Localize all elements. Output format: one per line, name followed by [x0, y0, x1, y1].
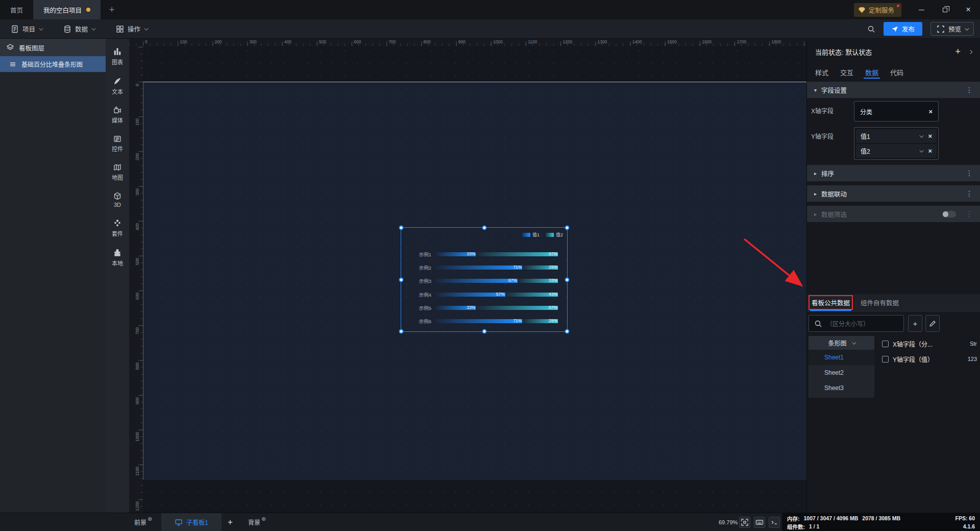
h-ruler-label: 1200 — [562, 39, 572, 44]
tab-project[interactable]: 我的空白项目 — [33, 0, 101, 19]
menu-data[interactable]: 数据 — [53, 19, 105, 38]
toolbar-item-label: 3D — [114, 202, 121, 208]
v-ruler-label: 100 — [135, 118, 140, 126]
data-search-input[interactable]: （区分大小写） — [808, 315, 904, 332]
fit-screen-button[interactable] — [739, 517, 750, 528]
stacked-bar[interactable]: 33%67% — [435, 252, 558, 256]
canvas[interactable]: 0100200300400500600700800900100011001200… — [129, 39, 806, 513]
chart-widget-selected[interactable]: 值1值2 示例133%67%示例271%29%示例367%33%示例457%43… — [401, 227, 568, 332]
resize-handle-ne[interactable] — [565, 226, 570, 230]
menu-actions[interactable]: 操作 — [105, 19, 158, 38]
resize-handle-nw[interactable] — [399, 226, 404, 230]
foreground-label[interactable]: 前景 ⊕ — [129, 513, 154, 531]
section-sort[interactable]: ▸ 排序 ⋮ — [807, 165, 980, 181]
sheet-item-Sheet1[interactable]: Sheet1 — [808, 350, 874, 365]
y-field-item-1[interactable]: 值1 × — [856, 129, 937, 143]
toolbar-item-widgets[interactable]: 控件 — [106, 130, 129, 158]
resize-handle-s[interactable] — [482, 329, 486, 334]
value-label: 29% — [549, 264, 557, 270]
new-tab-button[interactable]: + — [101, 0, 123, 19]
add-state-button[interactable]: + — [955, 46, 961, 57]
y-field-item-2[interactable]: 值2 × — [856, 144, 937, 158]
shortcut-keys-button[interactable] — [754, 517, 765, 528]
legend-item[interactable]: 值1 — [522, 231, 540, 238]
more-menu-icon[interactable]: ⋮ — [966, 210, 973, 218]
add-foreground-icon[interactable]: ⊕ — [148, 516, 152, 522]
field-checkbox[interactable] — [882, 356, 889, 363]
resize-handle-n[interactable] — [482, 226, 486, 230]
console-button[interactable] — [769, 517, 780, 528]
drag-handle-icon[interactable] — [9, 60, 17, 68]
toolbar-item-charts[interactable]: 图表 — [106, 42, 129, 71]
property-tab-样式[interactable]: 样式 — [815, 65, 828, 79]
legend-item[interactable]: 值2 — [546, 231, 563, 238]
current-state-label: 当前状态: 默认状态 — [815, 47, 872, 57]
section-field-settings[interactable]: ▾ 字段设置 ⋮ — [807, 82, 980, 98]
data-filter-toggle-off[interactable] — [942, 211, 956, 218]
property-tab-数据[interactable]: 数据 — [865, 65, 878, 79]
field-checkbox[interactable] — [882, 341, 889, 347]
edit-dataset-button[interactable] — [925, 315, 940, 332]
layer-item-selected[interactable]: 基础百分比堆叠条形图 — [0, 56, 106, 72]
resize-handle-e[interactable] — [565, 277, 570, 282]
sheet-item-Sheet2[interactable]: Sheet2 — [808, 365, 874, 380]
bar-segment-值2: 67% — [476, 252, 558, 256]
resize-handle-sw[interactable] — [399, 329, 404, 334]
add-dataset-button[interactable]: + — [908, 315, 922, 332]
property-tab-交互[interactable]: 交互 — [840, 65, 853, 79]
preview-button[interactable]: 预览 — [930, 22, 974, 36]
tab-component-own-data[interactable]: 组件自有数据 — [861, 294, 899, 311]
stacked-bar[interactable]: 71%29% — [435, 266, 558, 270]
x-field-input[interactable]: 分类 × — [854, 101, 939, 122]
menu-project[interactable]: 项目 — [0, 19, 53, 38]
component-own-data-label: 组件自有数据 — [861, 298, 899, 307]
custom-service-badge[interactable]: 定制服务 — [854, 3, 901, 17]
toolbar-item-local[interactable]: 本地 — [106, 243, 129, 273]
toolbar-item-map[interactable]: 地图 — [106, 158, 129, 187]
tab-home[interactable]: 首页 — [0, 0, 33, 19]
foreground-text: 前景 — [134, 518, 146, 526]
add-background-icon[interactable]: ⊕ — [261, 516, 266, 522]
property-tab-代码[interactable]: 代码 — [890, 65, 903, 79]
chevron-right-icon[interactable] — [968, 50, 972, 54]
zoom-level[interactable]: 69.79% — [719, 513, 738, 531]
stacked-bar[interactable]: 57%43% — [435, 293, 558, 297]
stacked-bar[interactable]: 71%29% — [435, 319, 558, 323]
h-ruler-label: 1000 — [493, 39, 503, 44]
background-text: 背景 — [248, 518, 260, 526]
search-icon[interactable] — [867, 25, 875, 33]
bottombar: 前景 ⊕ 子看板1 + 背景 ⊕ 69.79% 内存: 1007 / 3047 … — [0, 513, 980, 531]
more-menu-icon[interactable]: ⋮ — [966, 169, 973, 177]
sheet-item-Sheet3[interactable]: Sheet3 — [808, 380, 874, 396]
toolbar-item-3d[interactable]: 3D — [106, 187, 129, 213]
titlebar-right: 定制服务 × — [854, 0, 980, 19]
chevron-down-icon[interactable] — [920, 148, 924, 152]
chevron-down-icon[interactable] — [920, 133, 924, 137]
maximize-button[interactable] — [933, 0, 957, 19]
background-label[interactable]: 背景 ⊕ — [243, 513, 268, 531]
section-data-filter[interactable]: ▸ 数据筛选 ⋮ — [807, 206, 980, 222]
h-ruler-label: 1300 — [598, 39, 607, 44]
publish-button[interactable]: 发布 — [884, 22, 922, 36]
stacked-bar[interactable]: 33%67% — [435, 306, 558, 310]
dataset-field-row[interactable]: X轴字段（分...Str — [881, 336, 980, 351]
toolbar-item-text[interactable]: 文本 — [106, 71, 129, 101]
stacked-bar[interactable]: 67%33% — [435, 279, 558, 283]
add-board-button[interactable]: + — [222, 513, 239, 531]
toolbar-item-suite[interactable]: 套件 — [106, 213, 129, 243]
sub-board-tab[interactable]: 子看板1 — [161, 513, 222, 531]
resize-handle-se[interactable] — [565, 329, 570, 334]
tab-board-public-data[interactable]: 看板公共数据 — [812, 294, 850, 311]
clear-y-field-icon[interactable]: × — [928, 147, 932, 155]
section-data-linkage[interactable]: ▸ 数据联动 ⋮ — [807, 185, 980, 202]
dataset-field-row[interactable]: Y轴字段（值）123 — [881, 351, 980, 367]
minimize-button[interactable] — [910, 0, 933, 19]
more-menu-icon[interactable]: ⋮ — [966, 86, 973, 94]
more-menu-icon[interactable]: ⋮ — [966, 189, 973, 198]
toolbar-item-media[interactable]: 媒体 — [106, 101, 129, 130]
clear-y-field-icon[interactable]: × — [928, 132, 932, 140]
clear-x-field-icon[interactable]: × — [928, 108, 933, 115]
resize-handle-w[interactable] — [399, 277, 404, 282]
dataset-dropdown[interactable]: 条形图 — [808, 336, 874, 350]
close-button[interactable]: × — [957, 0, 980, 19]
